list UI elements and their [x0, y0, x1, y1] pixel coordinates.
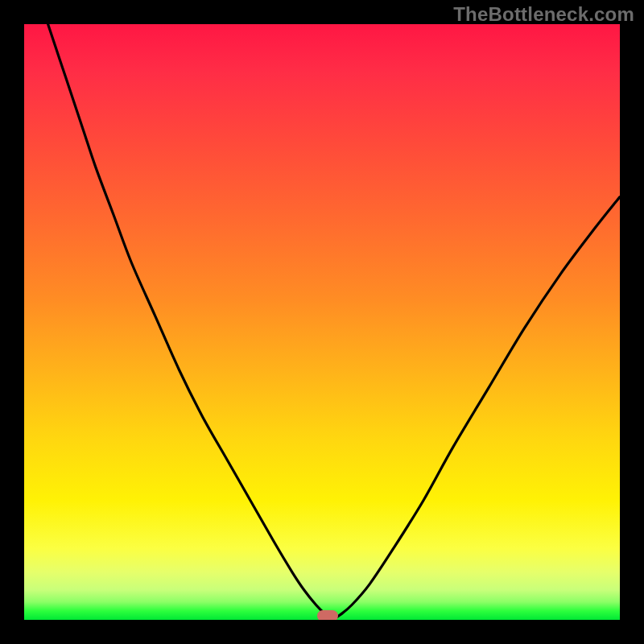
- bottleneck-curve: [48, 24, 620, 619]
- optimum-marker: [317, 610, 338, 620]
- plot-area: [24, 24, 620, 620]
- watermark-text: TheBottleneck.com: [453, 3, 634, 26]
- chart-frame: TheBottleneck.com: [0, 0, 644, 644]
- curve-layer: [24, 24, 620, 620]
